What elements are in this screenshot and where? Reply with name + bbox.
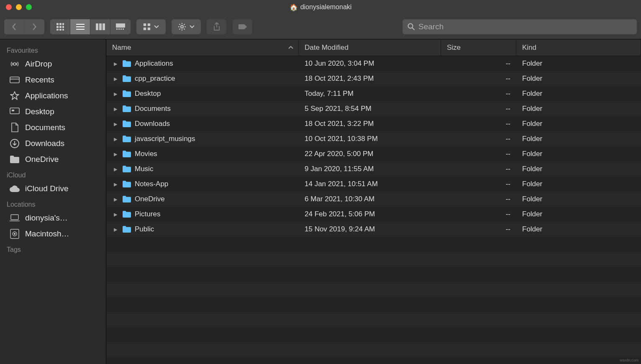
folder-icon	[122, 195, 131, 203]
table-row[interactable]: ▸cpp_practice18 Oct 2021, 2:43 PM--Folde…	[106, 71, 641, 86]
laptop-icon	[9, 213, 20, 223]
search-icon	[408, 23, 415, 31]
file-list[interactable]: ▸Applications10 Jun 2020, 3:04 PM--Folde…	[106, 56, 641, 364]
disclosure-triangle-icon[interactable]: ▸	[112, 59, 119, 68]
column-header-size[interactable]: Size	[441, 39, 516, 56]
table-row[interactable]: ▸Movies22 Apr 2020, 5:00 PM--Folder	[106, 146, 641, 161]
sort-ascending-icon	[288, 46, 293, 50]
file-kind: Folder	[522, 74, 542, 83]
sidebar-item-label: Downloads	[25, 139, 64, 148]
svg-rect-5	[62, 26, 64, 28]
file-date: 10 Jun 2020, 3:04 PM	[305, 59, 374, 68]
table-row[interactable]: ▸Applications10 Jun 2020, 3:04 PM--Folde…	[106, 56, 641, 71]
table-row[interactable]: ▸Notes-App14 Jan 2021, 10:51 AM--Folder	[106, 177, 641, 192]
disclosure-triangle-icon[interactable]: ▸	[112, 165, 119, 174]
chevron-down-icon	[154, 25, 159, 28]
file-name: cpp_practice	[135, 74, 175, 83]
table-row[interactable]: ▸javascript_musings10 Oct 2021, 10:38 PM…	[106, 131, 641, 146]
sidebar-item-airdrop[interactable]: AirDrop	[0, 56, 106, 72]
back-button[interactable]	[4, 19, 24, 34]
svg-line-26	[413, 28, 415, 30]
window-title: 🏠 dionysialemonaki	[290, 3, 352, 11]
column-header-kind[interactable]: Kind	[516, 39, 641, 56]
sidebar-item-downloads[interactable]: Downloads	[0, 136, 106, 151]
search-field[interactable]	[403, 19, 637, 34]
downloads-icon	[9, 138, 20, 149]
sidebar-item-onedrive[interactable]: OneDrive	[0, 151, 106, 167]
cloud-icon	[9, 183, 20, 194]
file-kind: Folder	[522, 225, 542, 233]
file-name: javascript_musings	[135, 135, 195, 143]
search-input[interactable]	[418, 22, 632, 31]
svg-rect-11	[76, 29, 85, 30]
column-header-name[interactable]: Name	[106, 39, 299, 56]
table-row[interactable]: ▸Downloads18 Oct 2021, 3:22 PM--Folder	[106, 116, 641, 131]
file-date: Today, 7:11 PM	[305, 90, 354, 98]
list-icon	[76, 23, 85, 30]
file-kind: Folder	[522, 180, 542, 188]
sidebar-item-applications[interactable]: Applications	[0, 88, 106, 104]
disclosure-triangle-icon[interactable]: ▸	[112, 180, 119, 189]
file-date: 14 Jan 2021, 10:51 AM	[305, 180, 378, 188]
table-row[interactable]: ▸Documents5 Sep 2021, 8:54 PM--Folder	[106, 101, 641, 116]
sidebar[interactable]: FavouritesAirDropRecentsApplicationsDesk…	[0, 39, 106, 364]
disclosure-triangle-icon[interactable]: ▸	[112, 150, 119, 159]
nav-group	[4, 19, 44, 34]
svg-rect-1	[59, 23, 62, 25]
arrange-button[interactable]	[136, 19, 166, 34]
minimize-button[interactable]	[16, 4, 22, 10]
file-size: --	[506, 74, 510, 83]
sidebar-item-icloud-drive[interactable]: iCloud Drive	[0, 181, 106, 197]
sidebar-item-dionysia-s-[interactable]: dionysia's…	[0, 210, 106, 226]
file-date: 18 Oct 2021, 2:43 PM	[305, 74, 374, 83]
file-kind: Folder	[522, 120, 542, 128]
svg-rect-28	[10, 77, 19, 83]
list-view-button[interactable]	[70, 19, 90, 34]
sidebar-item-documents[interactable]: Documents	[0, 120, 106, 136]
maximize-button[interactable]	[26, 4, 32, 10]
svg-rect-16	[116, 28, 118, 30]
icon-view-button[interactable]	[50, 19, 70, 34]
column-header-date[interactable]: Date Modified	[299, 39, 441, 56]
disclosure-triangle-icon[interactable]: ▸	[112, 135, 119, 144]
file-name: Applications	[135, 59, 173, 68]
sidebar-heading: iCloud	[0, 167, 106, 181]
sidebar-item-macintosh-[interactable]: Macintosh…	[0, 226, 106, 242]
table-row[interactable]: ▸Pictures24 Feb 2021, 5:06 PM--Folder	[106, 207, 641, 222]
disclosure-triangle-icon[interactable]: ▸	[112, 195, 119, 204]
file-size: --	[506, 105, 510, 113]
table-row[interactable]: ▸DesktopToday, 7:11 PM--Folder	[106, 86, 641, 101]
disclosure-triangle-icon[interactable]: ▸	[112, 105, 119, 113]
file-kind: Folder	[522, 210, 542, 218]
sidebar-item-desktop[interactable]: Desktop	[0, 104, 106, 120]
close-button[interactable]	[6, 4, 12, 10]
column-view-button[interactable]	[90, 19, 110, 34]
table-row[interactable]: ▸Music9 Jan 2020, 11:55 AM--Folder	[106, 161, 641, 177]
table-row[interactable]: ▸OneDrive6 Mar 2021, 10:30 AM--Folder	[106, 192, 641, 207]
svg-point-36	[14, 233, 15, 235]
disk-icon	[9, 228, 20, 239]
svg-rect-30	[10, 108, 19, 114]
sidebar-item-label: Applications	[25, 91, 68, 100]
file-kind: Folder	[522, 105, 542, 113]
folder-icon	[122, 180, 131, 188]
disclosure-triangle-icon[interactable]: ▸	[112, 74, 119, 83]
file-name: Notes-App	[135, 180, 168, 188]
disclosure-triangle-icon[interactable]: ▸	[112, 225, 119, 234]
table-row[interactable]: ▸Public15 Nov 2019, 9:24 AM--Folder	[106, 222, 641, 237]
forward-button[interactable]	[24, 19, 44, 34]
airdrop-icon	[9, 59, 20, 69]
share-button[interactable]	[207, 19, 227, 34]
file-name: Downloads	[135, 120, 170, 128]
sidebar-item-label: iCloud Drive	[25, 184, 68, 193]
sidebar-item-recents[interactable]: Recents	[0, 72, 106, 88]
disclosure-triangle-icon[interactable]: ▸	[112, 90, 119, 98]
action-button[interactable]	[172, 19, 201, 34]
tags-button[interactable]	[233, 19, 253, 34]
sidebar-item-label: dionysia's…	[25, 213, 68, 223]
gallery-view-button[interactable]	[110, 19, 131, 34]
svg-rect-15	[116, 23, 125, 28]
folder-icon	[122, 105, 131, 113]
disclosure-triangle-icon[interactable]: ▸	[112, 120, 119, 128]
disclosure-triangle-icon[interactable]: ▸	[112, 210, 119, 219]
